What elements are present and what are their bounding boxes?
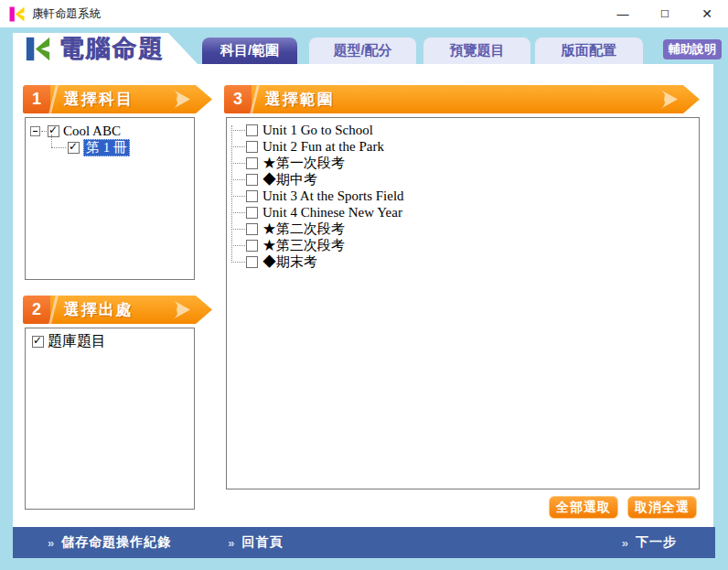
home-link[interactable]: » 回首頁 xyxy=(228,534,283,551)
step2-title: 選擇出處 xyxy=(64,299,134,320)
step2-banner: 2 選擇出處 xyxy=(23,296,212,324)
step3-title: 選擇範圍 xyxy=(265,89,335,110)
range-rows: Unit 1 Go to School Unit 2 Fun at the Pa… xyxy=(227,122,699,270)
save-record-link[interactable]: » 儲存命題操作紀錄 xyxy=(48,534,171,551)
subject-tree[interactable]: Cool ABC 第 1 冊 xyxy=(25,117,195,280)
tree-connector xyxy=(231,229,245,230)
source-item-row[interactable]: 題庫題目 xyxy=(32,333,106,350)
range-item-row[interactable]: Unit 4 Chinese New Year xyxy=(227,204,699,220)
tab-label: 科目/範圍 xyxy=(220,42,279,59)
tab-subject-range[interactable]: 科目/範圍 xyxy=(202,38,297,64)
range-item-label[interactable]: ◆期中考 xyxy=(262,171,317,188)
window-body: 電腦命題 科目/範圍 題型/配分 預覽題目 版面配置 » 輔助說明 1 選擇科目 xyxy=(0,27,728,570)
tree-connector xyxy=(231,245,245,246)
app-window: 康軒命題系統 — ☐ ✕ 電腦命題 科目/範圍 題型/配分 預覽題目 版面配置 xyxy=(0,0,728,570)
range-item-checkbox[interactable] xyxy=(246,190,258,202)
range-item-label[interactable]: ★第三次段考 xyxy=(262,237,345,254)
maximize-button[interactable]: ☐ xyxy=(644,0,686,27)
next-step-link[interactable]: » 下一步 xyxy=(622,534,677,551)
tree-connector xyxy=(231,212,245,213)
range-item-checkbox[interactable] xyxy=(246,124,258,136)
range-item-label[interactable]: Unit 2 Fun at the Park xyxy=(262,139,384,155)
range-item-checkbox[interactable] xyxy=(246,157,258,169)
footer-bar: » 儲存命題操作紀錄 » 回首頁 » 下一步 xyxy=(13,527,715,558)
step1-number: 1 xyxy=(23,85,50,113)
tree-child-label[interactable]: 第 1 冊 xyxy=(83,139,130,156)
tree-connector xyxy=(231,179,245,180)
tab-label: 題型/配分 xyxy=(333,42,391,59)
deselect-all-button[interactable]: 取消全選 xyxy=(627,496,697,519)
save-record-label: 儲存命題操作紀錄 xyxy=(61,534,171,551)
range-item-checkbox[interactable] xyxy=(246,223,258,235)
collapse-icon[interactable] xyxy=(30,126,40,136)
tree-connector xyxy=(231,262,245,263)
range-item-row[interactable]: Unit 1 Go to School xyxy=(227,122,699,138)
window-controls: — ☐ ✕ xyxy=(602,0,728,27)
arrow-right-icon: » xyxy=(48,536,55,550)
range-item-label[interactable]: Unit 3 At the Sports Field xyxy=(262,188,404,204)
step3-number: 3 xyxy=(224,85,252,113)
step1-title: 選擇科目 xyxy=(64,89,134,110)
range-item-checkbox[interactable] xyxy=(246,256,258,268)
step3-banner: 3 選擇範圍 xyxy=(224,85,700,113)
title-bar: 康軒命題系統 — ☐ ✕ xyxy=(0,0,728,27)
tree-connector xyxy=(231,196,245,197)
range-item-label[interactable]: ★第二次段考 xyxy=(262,220,345,238)
tab-label: 預覽題目 xyxy=(450,42,505,59)
tree-root-row[interactable]: Cool ABC xyxy=(30,124,121,139)
app-title: 電腦命題 xyxy=(59,32,165,65)
banner-arrow-icon xyxy=(171,88,192,111)
range-item-label[interactable]: ◆期末考 xyxy=(262,253,317,271)
tree-child-row[interactable]: 第 1 冊 xyxy=(51,140,130,156)
range-item-row[interactable]: ◆期末考 xyxy=(227,253,699,270)
range-item-row[interactable]: ★第三次段考 xyxy=(227,237,699,253)
minimize-button[interactable]: — xyxy=(602,0,644,27)
close-button[interactable]: ✕ xyxy=(686,0,728,27)
step1-banner: 1 選擇科目 xyxy=(23,85,212,113)
window-title: 康軒命題系統 xyxy=(32,6,101,22)
range-item-row[interactable]: ★第二次段考 xyxy=(227,220,699,237)
root-checkbox[interactable] xyxy=(48,125,59,137)
tree-connector xyxy=(231,130,245,131)
range-item-row[interactable]: Unit 3 At the Sports Field xyxy=(227,188,699,204)
tree-connector xyxy=(231,146,245,147)
main-panel: 1 選擇科目 Cool ABC 第 1 冊 xyxy=(13,64,713,528)
range-item-label[interactable]: Unit 4 Chinese New Year xyxy=(262,205,402,220)
arrow-right-icon: » xyxy=(228,536,235,550)
range-item-label[interactable]: Unit 1 Go to School xyxy=(262,123,373,138)
range-item-checkbox[interactable] xyxy=(246,240,258,252)
home-label: 回首頁 xyxy=(241,534,283,551)
tree-connector xyxy=(41,131,47,132)
range-item-label[interactable]: ★第一次段考 xyxy=(262,155,345,172)
arrow-right-icon: » xyxy=(622,536,629,550)
range-item-checkbox[interactable] xyxy=(246,141,258,153)
next-step-label: 下一步 xyxy=(636,534,677,551)
tree-root-label[interactable]: Cool ABC xyxy=(63,124,121,139)
range-item-checkbox[interactable] xyxy=(246,174,258,186)
logo-panel: 電腦命題 xyxy=(13,33,198,64)
range-item-row[interactable]: ◆期中考 xyxy=(227,171,699,188)
banner-arrow-icon xyxy=(171,298,192,321)
range-item-checkbox[interactable] xyxy=(246,207,258,219)
help-button[interactable]: 輔助說明 xyxy=(663,39,722,59)
tree-connector xyxy=(51,147,66,148)
app-logo-icon xyxy=(9,6,25,22)
banner-arrow-icon xyxy=(658,88,680,111)
range-item-row[interactable]: Unit 2 Fun at the Park xyxy=(227,138,699,155)
source-list[interactable]: 題庫題目 xyxy=(25,328,195,510)
kangxuan-k-icon xyxy=(26,37,50,61)
tab-label: 版面配置 xyxy=(562,42,616,59)
tree-connector xyxy=(231,163,245,164)
range-list[interactable]: Unit 1 Go to School Unit 2 Fun at the Pa… xyxy=(226,117,700,489)
child-checkbox[interactable] xyxy=(68,142,80,154)
select-all-button[interactable]: 全部選取 xyxy=(549,496,618,519)
tab-layout[interactable]: 版面配置 xyxy=(535,38,643,64)
tab-preview[interactable]: 預覽題目 xyxy=(423,38,530,64)
source-checkbox[interactable] xyxy=(32,336,44,348)
range-item-row[interactable]: ★第一次段考 xyxy=(227,155,699,171)
step2-number: 2 xyxy=(23,296,50,324)
tab-question-type[interactable]: 題型/配分 xyxy=(309,38,416,64)
source-item-label[interactable]: 題庫題目 xyxy=(48,332,106,351)
